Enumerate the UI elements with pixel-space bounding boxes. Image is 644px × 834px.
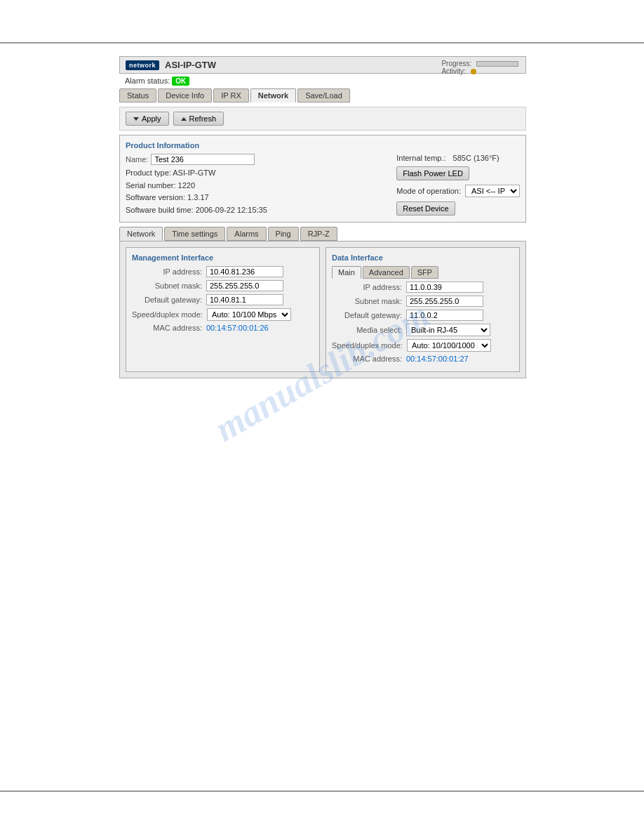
sw-version-label: Software version: — [126, 193, 185, 201]
sub-tab-time-settings[interactable]: Time settings — [164, 227, 225, 241]
product-left: Name: Product type: ASI-IP-GTW Serial nu… — [126, 154, 389, 216]
data-interface-tabs: Main Advanced SFP — [332, 266, 514, 279]
data-ip-row: IP address: — [332, 282, 514, 293]
serial-row: Serial number: 1220 — [126, 180, 389, 192]
mgmt-ip-input[interactable] — [206, 266, 283, 277]
alarm-status-badge: OK — [172, 77, 189, 86]
mgmt-gateway-row: Default gateway: — [132, 294, 314, 305]
tab-save-load[interactable]: Save/Load — [297, 88, 350, 102]
management-interface-panel: Management Interface IP address: Subnet … — [126, 247, 320, 372]
tab-device-info[interactable]: Device Info — [158, 88, 212, 102]
data-subnet-row: Subnet mask: — [332, 296, 514, 307]
network-logo: network — [126, 60, 159, 70]
data-media-row: Media select: Built-in RJ-45 SFP — [332, 324, 514, 336]
data-tab-main[interactable]: Main — [332, 266, 361, 279]
tab-network[interactable]: Network — [250, 88, 296, 102]
product-info-title: Product Information — [126, 141, 520, 150]
sw-version-value: 1.3.17 — [187, 193, 209, 201]
data-interface-panel: Data Interface Main Advanced SFP IP addr… — [326, 247, 520, 372]
data-speed-row: Speed/duplex mode: Auto: 10/100/1000 Mbp… — [332, 339, 514, 352]
sub-tab-rjp-z[interactable]: RJP-Z — [300, 227, 337, 241]
management-interface-title: Management Interface — [132, 253, 314, 262]
sw-build-label: Software build time: — [126, 206, 194, 214]
data-subnet-label: Subnet mask: — [332, 297, 402, 305]
mgmt-gateway-input[interactable] — [206, 294, 283, 305]
mode-label: Mode of operation: — [396, 187, 461, 195]
product-type-value: ASI-IP-GTW — [173, 168, 215, 177]
product-type-label: Product type: — [126, 168, 171, 177]
data-gateway-row: Default gateway: — [332, 310, 514, 321]
main-tabs: Status Device Info IP RX Network Save/Lo… — [119, 87, 526, 104]
temp-row: Internal temp.: 585C (136°F) — [396, 154, 499, 162]
data-gateway-label: Default gateway: — [332, 311, 402, 319]
temp-label: Internal temp.: — [396, 154, 445, 162]
product-info-section: Product Information Name: Product type: … — [119, 135, 526, 223]
progress-bar — [476, 61, 518, 67]
serial-value: 1220 — [178, 181, 195, 190]
apply-icon — [133, 117, 139, 121]
flash-led-button[interactable]: Flash Power LED — [396, 166, 469, 180]
data-mac-label: MAC address: — [332, 355, 402, 363]
refresh-label: Refresh — [189, 114, 217, 123]
sw-version-row: Software version: 1.3.17 — [126, 192, 389, 204]
mgmt-ip-row: IP address: — [132, 266, 314, 277]
temp-value: 585C (136°F) — [453, 154, 499, 162]
data-interface-title: Data Interface — [332, 253, 514, 262]
top-border — [0, 42, 644, 44]
refresh-button[interactable]: Refresh — [173, 112, 224, 126]
data-tab-sfp[interactable]: SFP — [411, 266, 438, 279]
name-label: Name: — [126, 155, 148, 164]
page-wrapper: manualslib.com network ASI-IP-GTW Progre… — [0, 0, 644, 834]
sub-tabs: Network Time settings Alarms Ping RJP-Z — [119, 227, 526, 241]
mgmt-subnet-input[interactable] — [206, 280, 283, 291]
data-media-label: Media select: — [332, 326, 402, 334]
data-media-select[interactable]: Built-in RJ-45 SFP — [406, 324, 490, 336]
data-tab-advanced[interactable]: Advanced — [363, 266, 410, 279]
sub-tab-alarms[interactable]: Alarms — [227, 227, 266, 241]
mgmt-speed-row: Speed/duplex mode: Auto: 10/100 Mbps 10 … — [132, 308, 314, 321]
tab-status[interactable]: Status — [119, 88, 156, 102]
activity-label: Activity: — [441, 67, 465, 75]
product-grid: Name: Product type: ASI-IP-GTW Serial nu… — [126, 154, 520, 216]
apply-label: Apply — [142, 114, 161, 123]
product-right: Internal temp.: 585C (136°F) Flash Power… — [396, 154, 520, 216]
data-gateway-input[interactable] — [406, 310, 483, 321]
name-row: Name: — [126, 154, 389, 165]
mgmt-subnet-label: Subnet mask: — [132, 282, 202, 290]
data-ip-input[interactable] — [406, 282, 483, 293]
mgmt-mac-value[interactable]: 00:14:57:00:01:26 — [206, 324, 269, 332]
name-input[interactable] — [151, 154, 255, 165]
data-subnet-input[interactable] — [406, 296, 483, 307]
product-type-row: Product type: ASI-IP-GTW — [126, 167, 389, 180]
reset-device-button[interactable]: Reset Device — [396, 201, 455, 216]
mode-select[interactable]: ASI <-- IP ASI --> IP — [465, 185, 520, 197]
progress-label: Progress: — [441, 60, 471, 67]
main-content: network ASI-IP-GTW Progress: Activity: A… — [119, 56, 526, 378]
mgmt-mac-label: MAC address: — [132, 324, 202, 332]
sw-build-value: 2006-09-22 12:15:35 — [196, 206, 267, 214]
data-ip-label: IP address: — [332, 283, 402, 291]
sub-tab-ping[interactable]: Ping — [268, 227, 299, 241]
mgmt-subnet-row: Subnet mask: — [132, 280, 314, 291]
network-panels: Management Interface IP address: Subnet … — [119, 241, 526, 378]
device-title: ASI-IP-GTW — [165, 60, 216, 70]
toolbar: Apply Refresh — [119, 107, 526, 131]
sub-tab-network[interactable]: Network — [119, 227, 163, 241]
bottom-border — [0, 790, 644, 792]
tab-ip-rx[interactable]: IP RX — [213, 88, 249, 102]
mgmt-speed-label: Speed/duplex mode: — [132, 310, 203, 319]
apply-button[interactable]: Apply — [126, 112, 169, 126]
alarm-row: Alarm status: OK — [119, 75, 526, 87]
refresh-icon — [181, 117, 187, 121]
data-mac-value[interactable]: 00:14:57:00:01:27 — [406, 355, 469, 363]
product-static-info: Product type: ASI-IP-GTW Serial number: … — [126, 167, 389, 216]
mode-row: Mode of operation: ASI <-- IP ASI --> IP — [396, 185, 520, 197]
mgmt-speed-select[interactable]: Auto: 10/100 Mbps 10 Mbps Half 100 Mbps … — [207, 308, 291, 321]
data-mac-row: MAC address: 00:14:57:00:01:27 — [332, 355, 514, 363]
sw-build-row: Software build time: 2006-09-22 12:15:35 — [126, 204, 389, 217]
activity-dot — [471, 69, 476, 74]
mgmt-ip-label: IP address: — [132, 267, 202, 276]
data-speed-label: Speed/duplex mode: — [332, 341, 403, 350]
serial-label: Serial number: — [126, 181, 176, 190]
data-speed-select[interactable]: Auto: 10/100/1000 Mbps 10 Mbps Half — [407, 339, 491, 352]
